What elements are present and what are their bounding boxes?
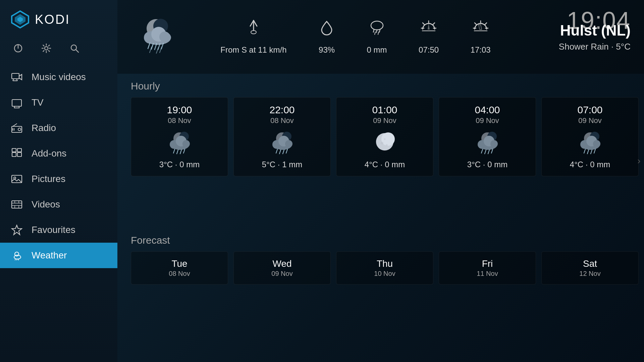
svg-line-63 — [378, 32, 379, 35]
sunset-icon — [471, 19, 490, 39]
kodi-logo-icon — [10, 9, 30, 29]
sidebar-item-add-ons[interactable]: Add-ons — [0, 141, 117, 166]
logo-area: KODI — [0, 0, 117, 39]
svg-line-109 — [481, 149, 483, 153]
svg-line-47 — [151, 44, 153, 49]
forecast-section: Forecast Tue 08 Nov Wed 09 Nov Thu 10 No… — [117, 228, 644, 285]
svg-line-87 — [183, 149, 185, 153]
svg-point-101 — [386, 144, 388, 146]
settings-icon[interactable] — [40, 42, 52, 54]
hourly-icon-0 — [163, 129, 196, 156]
svg-point-100 — [381, 142, 383, 144]
hourly-time-1: 22:00 — [269, 104, 294, 116]
humidity-value: 93% — [319, 45, 335, 55]
hourly-card-3: 04:00 09 Nov 3 — [439, 97, 536, 176]
forecast-date-2: 10 Nov — [374, 270, 395, 278]
forecast-day-1: Wed — [272, 258, 291, 269]
sidebar-item-weather[interactable]: Weather — [0, 243, 117, 268]
hourly-date-0: 08 Nov — [168, 116, 191, 125]
weather-details-bar: From S at 11 km/h 93% — [191, 19, 520, 55]
main-content: 19:04 — [117, 0, 644, 362]
svg-line-110 — [485, 150, 486, 154]
svg-point-108 — [490, 140, 498, 147]
hourly-icon-4 — [573, 129, 607, 156]
radio-icon — [10, 121, 23, 135]
sidebar-label-add-ons: Add-ons — [32, 148, 66, 159]
top-icons-bar — [0, 39, 117, 64]
sunset-detail: 17:03 — [471, 19, 491, 55]
svg-line-97 — [286, 149, 287, 153]
svg-marker-9 — [19, 74, 22, 80]
sidebar-item-favourites[interactable]: Favourites — [0, 217, 117, 243]
hourly-time-0: 19:00 — [167, 104, 192, 116]
hourly-section: Hourly 19:00 08 Nov — [117, 74, 644, 176]
svg-line-111 — [488, 150, 489, 154]
svg-point-26 — [14, 177, 16, 179]
svg-rect-27 — [12, 201, 22, 208]
svg-rect-24 — [17, 148, 21, 152]
svg-point-93 — [285, 140, 292, 147]
svg-rect-21 — [12, 153, 16, 157]
svg-line-122 — [594, 149, 595, 153]
svg-line-7 — [76, 50, 78, 52]
app-name: KODI — [35, 12, 70, 27]
svg-line-75 — [485, 23, 487, 25]
wind-detail: From S at 11 km/h — [220, 19, 286, 55]
forecast-card-4: Sat 12 Nov — [541, 251, 639, 285]
svg-line-95 — [279, 150, 281, 154]
svg-point-5 — [45, 47, 48, 50]
svg-rect-8 — [12, 73, 19, 79]
precipitation-icon — [368, 19, 386, 39]
sidebar-label-radio: Radio — [32, 123, 56, 133]
sunrise-value: 07:50 — [419, 45, 439, 55]
current-weather-panel: From S at 11 km/h 93% — [117, 0, 644, 74]
svg-line-94 — [276, 149, 277, 153]
sidebar-label-tv: TV — [32, 97, 44, 108]
svg-line-86 — [180, 150, 181, 154]
svg-line-67 — [423, 23, 425, 25]
svg-line-74 — [475, 23, 477, 25]
svg-line-121 — [591, 150, 592, 154]
videos-icon — [10, 198, 23, 211]
scroll-right-indicator[interactable]: › — [634, 151, 644, 171]
svg-line-37 — [15, 259, 15, 260]
precipitation-value: 0 mm — [367, 45, 387, 55]
forecast-card-0: Tue 08 Nov — [131, 251, 228, 285]
sidebar-item-tv[interactable]: TV — [0, 90, 117, 115]
hourly-card-4: 07:00 09 Nov 4 — [541, 97, 639, 176]
hourly-icon-2 — [368, 129, 401, 156]
hourly-card-0: 19:00 08 Nov 3 — [131, 97, 228, 176]
sidebar-item-music-videos[interactable]: Music videos — [0, 64, 117, 90]
forecast-cards: Tue 08 Nov Wed 09 Nov Thu 10 Nov Fri 11 … — [117, 251, 644, 285]
svg-line-84 — [173, 149, 175, 153]
hourly-time-2: 01:00 — [372, 104, 397, 116]
power-icon[interactable] — [12, 42, 24, 54]
location-condition: Shower Rain · 5°C — [530, 42, 631, 52]
location-info: Hulst (NL) Shower Rain · 5°C — [530, 22, 631, 52]
svg-point-99 — [381, 132, 395, 146]
forecast-day-3: Fri — [482, 258, 493, 269]
svg-point-102 — [384, 138, 386, 140]
search-icon[interactable] — [68, 42, 80, 54]
current-weather-icon — [131, 12, 181, 62]
svg-point-18 — [18, 128, 21, 131]
svg-marker-70 — [428, 23, 430, 29]
svg-rect-17 — [12, 126, 22, 132]
location-name: Hulst (NL) — [530, 22, 631, 39]
weather-nav-icon — [10, 249, 23, 262]
sidebar-item-pictures[interactable]: Pictures — [0, 166, 117, 192]
forecast-day-0: Tue — [171, 258, 187, 269]
sunrise-detail: 07:50 — [419, 19, 439, 55]
svg-line-62 — [375, 32, 375, 35]
svg-line-46 — [148, 43, 150, 49]
forecast-card-2: Thu 10 Nov — [336, 251, 433, 285]
hourly-date-3: 09 Nov — [476, 116, 499, 125]
hourly-card-1: 22:00 08 Nov 5 — [233, 97, 331, 176]
hourly-temp-4: 4°C · 0 mm — [570, 160, 610, 169]
sidebar-label-music-videos: Music videos — [32, 72, 86, 82]
hourly-temp-1: 5°C · 1 mm — [262, 160, 302, 169]
sidebar-item-videos[interactable]: Videos — [0, 192, 117, 217]
sidebar-item-radio[interactable]: Radio — [0, 115, 117, 141]
svg-line-39 — [18, 259, 19, 260]
sunset-value: 17:03 — [471, 45, 491, 55]
